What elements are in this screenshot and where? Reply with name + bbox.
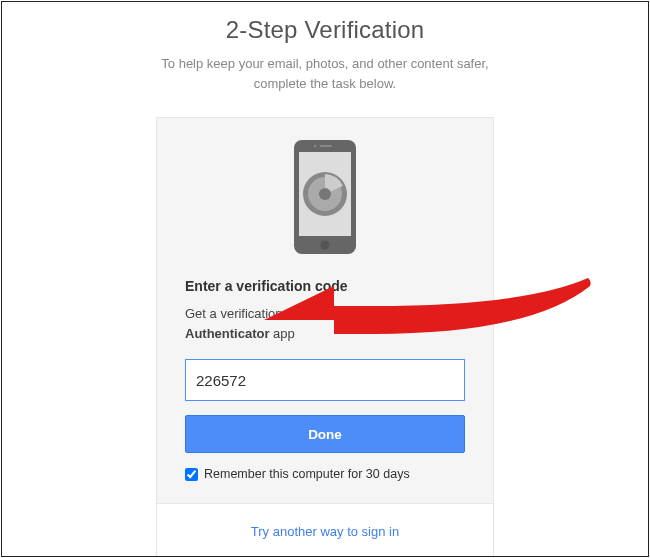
card-body: Enter a verification code Get a verifica…: [157, 118, 493, 504]
phone-authenticator-icon: [185, 138, 465, 260]
page-subtitle: To help keep your email, photos, and oth…: [2, 54, 648, 93]
svg-point-7: [319, 188, 331, 200]
svg-rect-4: [320, 145, 332, 147]
remember-checkbox[interactable]: [185, 468, 198, 481]
page-header: 2-Step Verification To help keep your em…: [2, 2, 648, 93]
page-title: 2-Step Verification: [2, 16, 648, 44]
remember-label: Remember this computer for 30 days: [204, 467, 410, 481]
subtitle-line-1: To help keep your email, photos, and oth…: [161, 56, 488, 71]
svg-point-3: [314, 145, 316, 147]
alt-signin-row: Try another way to sign in: [157, 504, 493, 557]
alt-signin-link[interactable]: Try another way to sign in: [251, 524, 399, 539]
prompt-prefix: Get a verification code from the: [185, 306, 369, 321]
prompt-title: Enter a verification code: [185, 278, 465, 294]
verification-code-input[interactable]: [185, 359, 465, 401]
done-button[interactable]: Done: [185, 415, 465, 453]
svg-point-2: [321, 241, 330, 250]
prompt-description: Get a verification code from the Google …: [185, 304, 465, 343]
subtitle-line-2: complete the task below.: [254, 76, 396, 91]
prompt-suffix: app: [270, 326, 295, 341]
remember-row: Remember this computer for 30 days: [185, 467, 465, 481]
page-frame: 2-Step Verification To help keep your em…: [1, 1, 649, 557]
verification-card: Enter a verification code Get a verifica…: [156, 117, 494, 557]
